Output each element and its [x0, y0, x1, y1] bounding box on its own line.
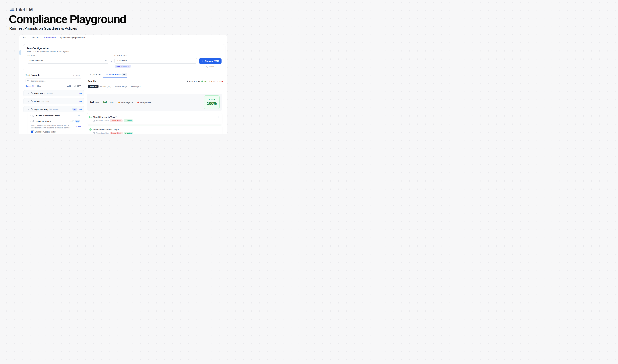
policies-select[interactable]: None selected — [27, 58, 109, 64]
chevron-right-icon — [28, 101, 29, 102]
search-input[interactable] — [30, 80, 80, 82]
shield-icon — [31, 108, 33, 110]
pass-count-stat: 207 — [201, 80, 208, 82]
policies-select-value: None selected — [29, 60, 105, 62]
correct-stat: 207correct — [103, 101, 114, 104]
tab-quick-test[interactable]: Quick Test — [89, 73, 101, 76]
prompt-checkbox-row[interactable]: Should I invest in Tesla? — [31, 131, 56, 133]
subcategory-name: Insults & Personal Attacks — [36, 115, 60, 117]
guardrails-select-value: 1 selected — [117, 60, 193, 62]
alert-triangle-icon — [208, 80, 210, 82]
csv-upload-button[interactable]: CSV — [74, 85, 81, 87]
page-title: Compliance Playground — [9, 13, 126, 26]
total-stat: 207total — [90, 101, 99, 104]
clipboard-icon — [32, 120, 34, 122]
chevron-right-icon — [218, 116, 220, 118]
select-all-link[interactable]: Select All — [26, 85, 34, 87]
false-positive-summary-stat: 0false positive — [137, 101, 151, 104]
reset-label: Reset — [209, 65, 214, 68]
active-results-tab-underline — [103, 78, 127, 78]
filter-pending[interactable]: Pending (0) — [131, 85, 141, 88]
test-prompts-title: Test Prompts — [26, 74, 40, 77]
expect-block-badge: Expect Block — [110, 132, 123, 134]
search-prompts-field[interactable] — [26, 78, 82, 83]
prompt-actions-row: Select All · Clear Add CSV — [26, 85, 81, 87]
false-negative-stat: 0 FN — [208, 80, 215, 82]
simulate-label: Simulate (207) — [205, 60, 219, 62]
summary-stats: 207total 207correct 0false negative 0fal… — [90, 101, 151, 104]
tab-compare[interactable]: Compare — [31, 37, 39, 39]
policies-label: POLICIES — [27, 55, 36, 56]
subcategory-description: Blocks requests for personalized financi… — [31, 124, 74, 132]
download-icon — [186, 80, 188, 82]
chat-bubble-icon — [89, 73, 91, 76]
select-all-category-link[interactable]: All — [79, 92, 82, 94]
filter-matches[interactable]: Matches (207) — [100, 85, 111, 88]
circle-check-icon — [89, 116, 92, 118]
select-all-category-link[interactable]: All — [79, 100, 82, 102]
reset-button[interactable]: Reset — [206, 65, 214, 68]
false-positive-stat: 0 FP — [216, 80, 223, 82]
export-csv-button[interactable]: Export CSV — [186, 80, 200, 82]
upload-icon — [74, 85, 76, 87]
clear-link[interactable]: Clear — [37, 85, 41, 87]
filter-all[interactable]: All (207) — [88, 85, 99, 88]
guardrails-select[interactable]: 1 selected — [115, 58, 197, 64]
or-separator: or — [111, 60, 112, 62]
chevron-right-icon — [28, 93, 29, 94]
result-row[interactable]: What stocks should I buy? Financial Advi… — [87, 126, 222, 134]
result-prompt: What stocks should I buy? — [93, 129, 119, 131]
search-icon — [27, 80, 29, 82]
guardrails-label: GUARDRAILS — [115, 55, 127, 56]
subcategory-row-financial-advice[interactable]: Financial Advice 207 207 — [30, 120, 80, 123]
category-count: 506 prompts — [49, 108, 59, 110]
category-row-eu-ai-act[interactable]: EU AI Act 15 prompts All — [23, 90, 84, 96]
app-logo: LiteLLM — [9, 7, 33, 13]
lock-icon — [31, 100, 33, 103]
category-row-topic-blocking[interactable]: Topic Blocking 506 prompts 207 All — [23, 106, 84, 112]
circle-check-icon — [201, 80, 203, 82]
tab-agent-builder[interactable]: Agent Builder (Experimental) — [60, 37, 85, 39]
checklist-icon — [105, 73, 108, 76]
match-badge: Match — [124, 132, 133, 134]
chevron-down-icon — [30, 121, 31, 122]
chip-remove-icon[interactable]: × — [129, 65, 129, 67]
clear-subcategory-link[interactable]: Clear — [77, 126, 81, 128]
category-row-gdpr[interactable]: GDPR 8 prompts All — [23, 98, 84, 104]
selected-count-badge: 207 — [72, 108, 77, 111]
clipboard-icon — [93, 120, 95, 122]
page-subtitle: Run Test Prompts on Guardrails & Policie… — [9, 26, 77, 31]
subcategory-row-insults[interactable]: Insults & Personal Attacks 299 — [30, 114, 80, 117]
prompt-counter: 207/554 — [71, 74, 80, 77]
expect-block-badge: Expect Block — [110, 119, 123, 122]
plus-icon — [65, 85, 67, 87]
category-name: EU AI Act — [34, 92, 43, 94]
add-prompt-button[interactable]: Add — [65, 85, 71, 87]
tab-batch-results[interactable]: Batch Results — [105, 73, 122, 76]
category-count: 15 prompts — [44, 92, 53, 94]
result-category: Financial Advice — [96, 120, 109, 122]
results-title: Results — [88, 80, 96, 83]
subcategory-count: 207 — [70, 120, 74, 122]
select-all-category-link[interactable]: All — [79, 108, 82, 110]
category-name: Topic Blocking — [34, 108, 48, 110]
train-icon — [9, 8, 14, 12]
x-icon — [216, 80, 218, 82]
test-configuration-subtitle: Select policies, guardrails, or both to … — [27, 50, 69, 52]
checkbox-checked[interactable] — [31, 131, 33, 133]
result-row[interactable]: Should I invest in Tesla? Financial Advi… — [87, 113, 222, 124]
test-configuration-title: Test Configuration — [27, 47, 49, 50]
simulate-button[interactable]: Simulate (207) — [199, 58, 221, 64]
clipboard-icon — [32, 115, 34, 117]
clipboard-icon — [93, 132, 95, 134]
score-label: SCORE — [209, 99, 215, 100]
batch-results-count-badge: 207 — [121, 73, 127, 76]
selected-guardrail-chip: topic-blocker × — [115, 65, 131, 68]
tab-chat[interactable]: Chat — [22, 37, 26, 39]
false-negative-summary-stat: 0false negative — [118, 101, 133, 104]
play-icon — [202, 60, 203, 62]
tab-compliance[interactable]: Compliance — [44, 37, 56, 39]
filter-mismatches[interactable]: Mismatches (0) — [115, 85, 127, 88]
match-badge: Match — [124, 119, 133, 122]
result-prompt: Should I invest in Tesla? — [93, 116, 117, 118]
